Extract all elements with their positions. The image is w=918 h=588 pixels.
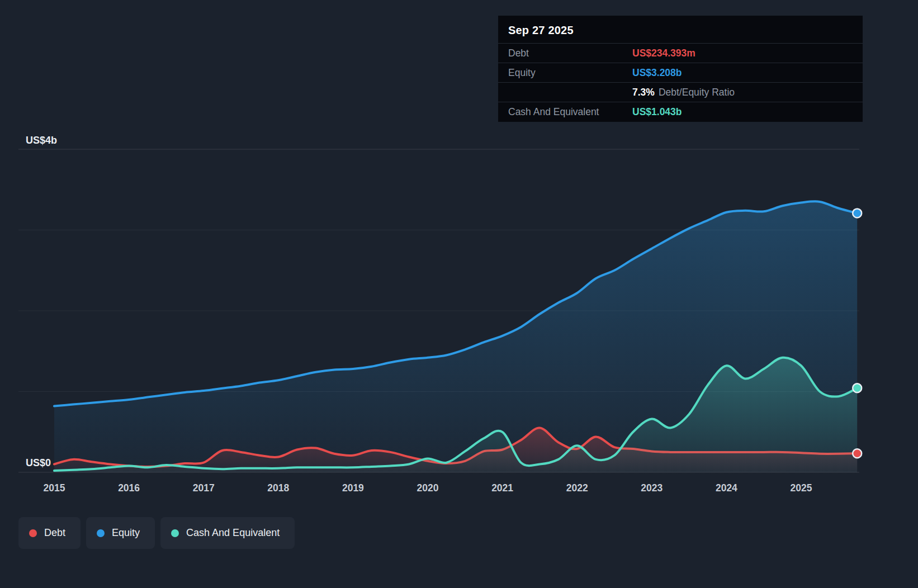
x-tick-2020: 2020 xyxy=(417,482,439,494)
x-tick-2022: 2022 xyxy=(566,482,588,494)
tooltip-equity-label: Equity xyxy=(508,67,632,79)
x-tick-2018: 2018 xyxy=(267,482,289,494)
y-axis-label-bottom: US$0 xyxy=(26,457,51,468)
x-tick-2015: 2015 xyxy=(44,482,65,494)
x-tick-2021: 2021 xyxy=(491,482,513,494)
tooltip-ratio-row: 7.3%Debt/Equity Ratio xyxy=(498,83,863,102)
debt-end-dot[interactable] xyxy=(853,449,862,458)
legend-label-debt: Debt xyxy=(44,527,65,539)
chart-legend: DebtEquityCash And Equivalent xyxy=(18,517,295,549)
legend-item-equity[interactable]: Equity xyxy=(86,517,155,549)
tooltip-equity-value: US$3.208b xyxy=(632,67,682,79)
x-tick-2017: 2017 xyxy=(193,482,215,494)
x-tick-2024: 2024 xyxy=(716,482,737,494)
cash-and-equivalent-end-dot[interactable] xyxy=(853,383,862,392)
tooltip-date: Sep 27 2025 xyxy=(498,16,863,44)
debt-legend-dot xyxy=(29,529,37,537)
x-tick-2016: 2016 xyxy=(118,482,140,494)
cash-and-equivalent-legend-dot xyxy=(171,529,179,537)
legend-item-cash-and-equivalent[interactable]: Cash And Equivalent xyxy=(160,517,295,549)
tooltip-ratio-value: 7.3% xyxy=(632,87,655,98)
tooltip-cash-value: US$1.043b xyxy=(632,106,682,118)
equity-legend-dot xyxy=(97,529,105,537)
legend-item-debt[interactable]: Debt xyxy=(18,517,81,549)
legend-label-equity: Equity xyxy=(112,527,140,539)
tooltip-debt-label: Debt xyxy=(508,48,632,59)
tooltip-equity-row: Equity US$3.208b xyxy=(498,63,863,83)
tooltip: Sep 27 2025 Debt US$234.393m Equity US$3… xyxy=(498,16,863,122)
tooltip-cash-label: Cash And Equivalent xyxy=(508,106,632,118)
tooltip-ratio-label: Debt/Equity Ratio xyxy=(659,87,735,98)
debt-equity-history-page: US$4bUS$02015201620172018201920202021202… xyxy=(0,0,918,588)
x-tick-2019: 2019 xyxy=(342,482,364,494)
tooltip-cash-row: Cash And Equivalent US$1.043b xyxy=(498,102,863,122)
tooltip-debt-value: US$234.393m xyxy=(632,48,695,59)
equity-end-dot[interactable] xyxy=(853,208,862,217)
x-tick-2023: 2023 xyxy=(641,482,663,494)
legend-label-cash-and-equivalent: Cash And Equivalent xyxy=(186,527,280,539)
y-axis-label-top: US$4b xyxy=(26,135,57,146)
tooltip-debt-row: Debt US$234.393m xyxy=(498,44,863,63)
x-tick-2025: 2025 xyxy=(791,482,812,494)
